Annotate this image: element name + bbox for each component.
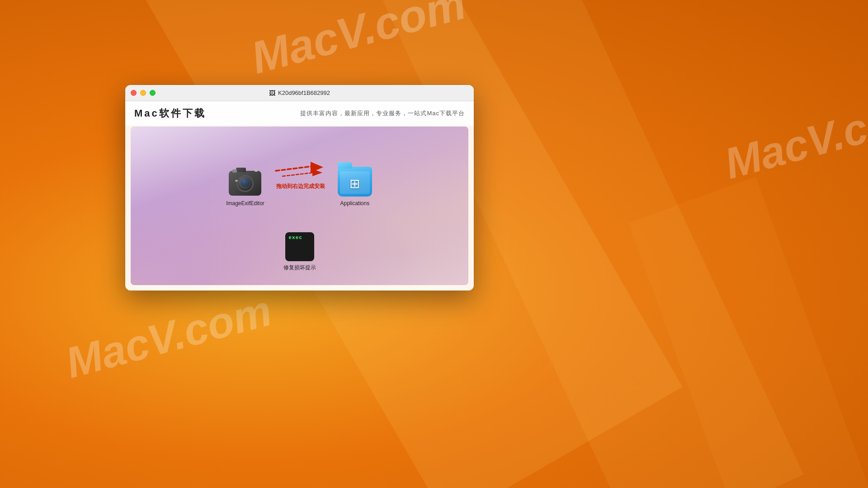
title-label: K20d96bf1B682992	[278, 89, 330, 96]
exec-text: exec	[289, 235, 302, 240]
titlebar: 🖼 K20d96bf1B682992	[125, 85, 474, 101]
app-title: Mac软件下载	[134, 107, 206, 120]
app-icon	[227, 160, 263, 197]
window-title: 🖼 K20d96bf1B682992	[269, 89, 330, 97]
applications-folder-icon: ⊞	[337, 160, 373, 197]
app-name-label: ImageExifEditor	[226, 200, 264, 206]
title-icon: 🖼	[269, 89, 275, 97]
install-arrow-area: 拖动到右边完成安装	[269, 158, 332, 190]
app-item[interactable]: ImageExifEditor	[226, 160, 264, 206]
dmg-top-row: ImageExifEditor 拖动到右边完成安装	[131, 127, 468, 240]
applications-label: Applications	[340, 200, 369, 206]
install-arrow	[274, 158, 328, 181]
window-header: Mac软件下载 提供丰富内容，最新应用，专业服务，一站式Mac下载平台	[125, 101, 474, 126]
repair-label: 修复损坏提示	[283, 264, 316, 272]
applications-item[interactable]: ⊞ Applications	[337, 160, 373, 206]
drag-instruction: 拖动到右边完成安装	[276, 183, 325, 190]
svg-line-0	[276, 166, 312, 171]
svg-marker-3	[312, 169, 322, 176]
macos-window: 🖼 K20d96bf1B682992 Mac软件下载 提供丰富内容，最新应用，专…	[125, 85, 474, 291]
app-subtitle: 提供丰富内容，最新应用，专业服务，一站式Mac下载平台	[300, 109, 465, 117]
maximize-button[interactable]	[150, 90, 156, 96]
minimize-button[interactable]	[140, 90, 146, 96]
exec-icon: exec	[285, 232, 314, 261]
traffic-lights	[131, 90, 156, 96]
svg-line-2	[283, 173, 313, 176]
close-button[interactable]	[131, 90, 137, 96]
exec-area[interactable]: exec 修复损坏提示	[283, 232, 316, 272]
dmg-content: ImageExifEditor 拖动到右边完成安装	[131, 127, 468, 285]
